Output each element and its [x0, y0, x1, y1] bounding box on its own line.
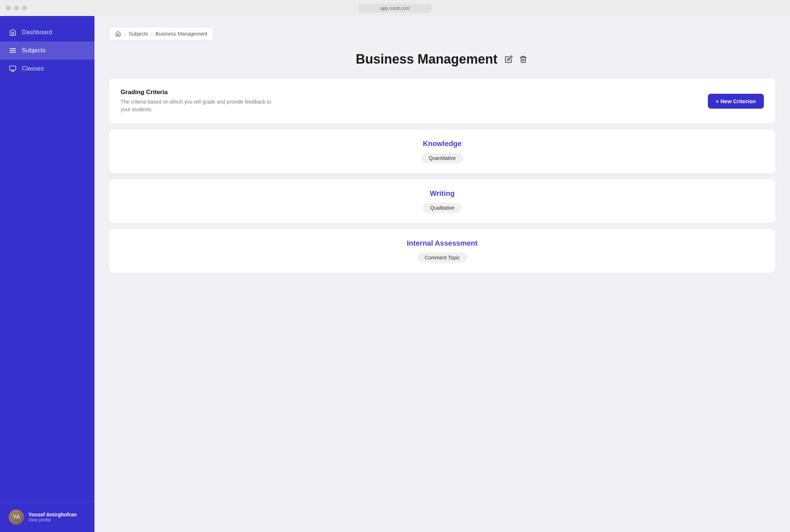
sidebar: Dashboard Subjects — [0, 16, 94, 532]
sidebar-item-dashboard[interactable]: Dashboard — [0, 23, 94, 41]
delete-button[interactable] — [518, 54, 529, 65]
criterion-name-knowledge[interactable]: Knowledge — [121, 140, 764, 148]
breadcrumb-home-icon[interactable] — [115, 31, 121, 37]
traffic-light-close — [6, 5, 11, 11]
traffic-light-minimize — [14, 5, 19, 11]
grading-criteria-title: Grading Criteria — [121, 89, 281, 96]
user-info: Yousef Amirghofran View profile — [28, 512, 77, 523]
classes-icon — [9, 65, 17, 73]
sidebar-item-subjects[interactable]: Subjects — [0, 41, 94, 60]
sidebar-item-label-classes: Classes — [22, 65, 44, 72]
home-icon — [9, 28, 17, 36]
breadcrumb-subjects[interactable]: Subjects — [129, 31, 148, 37]
criterion-name-internal-assessment[interactable]: Internal Assessment — [121, 239, 764, 247]
traffic-light-maximize — [22, 5, 27, 11]
page-title-row: Business Management — [109, 52, 775, 67]
svg-rect-3 — [10, 66, 16, 70]
breadcrumb-separator-1: › — [124, 31, 126, 37]
grading-card-text: Grading Criteria The criteria based on w… — [121, 89, 281, 113]
breadcrumb-business-management[interactable]: Business Management — [156, 31, 207, 37]
sidebar-item-label-subjects: Subjects — [22, 47, 45, 54]
sidebar-item-label-dashboard: Dashboard — [22, 29, 52, 36]
sidebar-nav: Dashboard Subjects — [0, 16, 94, 502]
breadcrumb: › Subjects › Business Management — [109, 27, 213, 41]
app-container: Dashboard Subjects — [0, 16, 790, 532]
title-actions — [503, 54, 529, 65]
page-title: Business Management — [356, 52, 497, 67]
sidebar-item-classes[interactable]: Classes — [0, 60, 94, 78]
traffic-lights — [6, 5, 27, 11]
criterion-tag-writing: Qualitative — [423, 203, 461, 213]
breadcrumb-separator-2: › — [151, 31, 153, 37]
window-chrome: app.noolt.com — [0, 0, 790, 16]
user-name: Yousef Amirghofran — [28, 512, 77, 517]
criterion-name-writing[interactable]: Writing — [121, 189, 764, 198]
sidebar-footer: YA Yousef Amirghofran View profile — [0, 502, 94, 532]
criterion-card-internal-assessment: Internal Assessment Comment Topic — [109, 229, 775, 273]
view-profile-link[interactable]: View profile — [28, 517, 77, 523]
criterion-card-knowledge: Knowledge Quantitative — [109, 129, 775, 173]
list-icon — [9, 47, 17, 55]
grading-criteria-card: Grading Criteria The criteria based on w… — [109, 78, 775, 124]
main-content: › Subjects › Business Management Busines… — [94, 16, 790, 532]
grading-criteria-description: The criteria based on which you will gra… — [121, 98, 281, 113]
new-criterion-button[interactable]: + New Criterion — [708, 94, 764, 109]
address-bar[interactable]: app.noolt.com — [358, 4, 432, 13]
edit-button[interactable] — [503, 54, 514, 65]
criterion-tag-internal-assessment: Comment Topic — [417, 253, 467, 263]
criterion-tag-knowledge: Quantitative — [422, 153, 463, 163]
avatar: YA — [9, 509, 24, 525]
criterion-card-writing: Writing Qualitative — [109, 179, 775, 223]
